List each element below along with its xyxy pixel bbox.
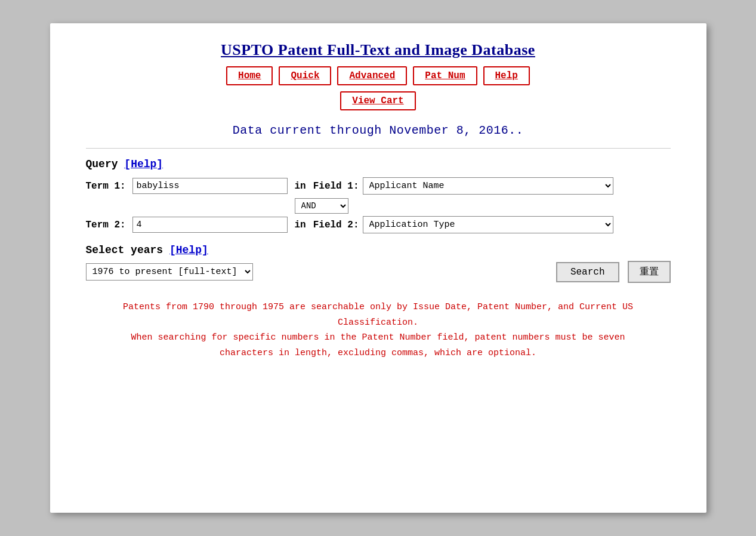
action-buttons: Search 重置 (556, 261, 671, 283)
viewcart-button[interactable]: View Cart (340, 91, 415, 110)
field2-select[interactable]: Applicant Name Inventor Name Title Abstr… (363, 216, 613, 233)
quick-button[interactable]: Quick (279, 66, 331, 85)
warning-line4: characters in length, excluding commas, … (220, 348, 536, 358)
data-current: Data current through November 8, 2016.. (86, 124, 671, 137)
in-label1: in (295, 181, 306, 192)
years-text: Select years (86, 244, 163, 256)
query-text: Query (86, 158, 118, 170)
years-section: Select years [Help] 1976 to present [ful… (86, 244, 671, 283)
page-title: USPTO Patent Full-Text and Image Databas… (86, 41, 671, 59)
warning-line3: When searching for specific numbers in t… (131, 332, 625, 343)
advanced-button[interactable]: Advanced (337, 66, 407, 85)
form-section: Term 1: in Field 1: Applicant Name Inven… (86, 177, 671, 233)
years-label: Select years [Help] (86, 244, 671, 256)
term2-input[interactable] (132, 217, 288, 233)
warning-line2: Classification. (338, 318, 418, 328)
page-card: USPTO Patent Full-Text and Image Databas… (50, 23, 706, 513)
term1-input[interactable] (132, 178, 288, 194)
in-label2: in (295, 220, 306, 230)
field1-label: Field 1: (313, 181, 359, 192)
term2-label: Term 2: (86, 220, 129, 230)
term2-row: Term 2: in Field 2: Applicant Name Inven… (86, 216, 671, 233)
nav-row: Home Quick Advanced Pat Num Help (86, 66, 671, 85)
warning-text: Patents from 1790 through 1975 are searc… (86, 300, 671, 361)
patnum-button[interactable]: Pat Num (413, 66, 477, 85)
nav-row2: View Cart (86, 91, 671, 110)
years-help-link[interactable]: [Help] (169, 244, 208, 256)
search-button[interactable]: Search (556, 262, 619, 282)
term1-label: Term 1: (86, 181, 129, 192)
operator-select[interactable]: AND OR ANDNOT (295, 198, 348, 214)
help-button[interactable]: Help (483, 66, 530, 85)
warning-line1: Patents from 1790 through 1975 are searc… (123, 302, 633, 312)
query-label: Query [Help] (86, 158, 671, 170)
query-help-link[interactable]: [Help] (124, 158, 163, 170)
operator-row: AND OR ANDNOT (295, 198, 671, 214)
reset-button[interactable]: 重置 (628, 261, 671, 283)
header: USPTO Patent Full-Text and Image Databas… (86, 41, 671, 110)
term1-row: Term 1: in Field 1: Applicant Name Inven… (86, 177, 671, 195)
years-row: 1976 to present [full-text] 1790 to pres… (86, 261, 671, 283)
divider (86, 148, 671, 149)
years-select[interactable]: 1976 to present [full-text] 1790 to pres… (86, 263, 253, 281)
field1-select[interactable]: Applicant Name Inventor Name Title Abstr… (363, 177, 613, 195)
warning-section: Patents from 1790 through 1975 are searc… (86, 300, 671, 361)
field2-label: Field 2: (313, 220, 359, 230)
home-button[interactable]: Home (226, 66, 273, 85)
